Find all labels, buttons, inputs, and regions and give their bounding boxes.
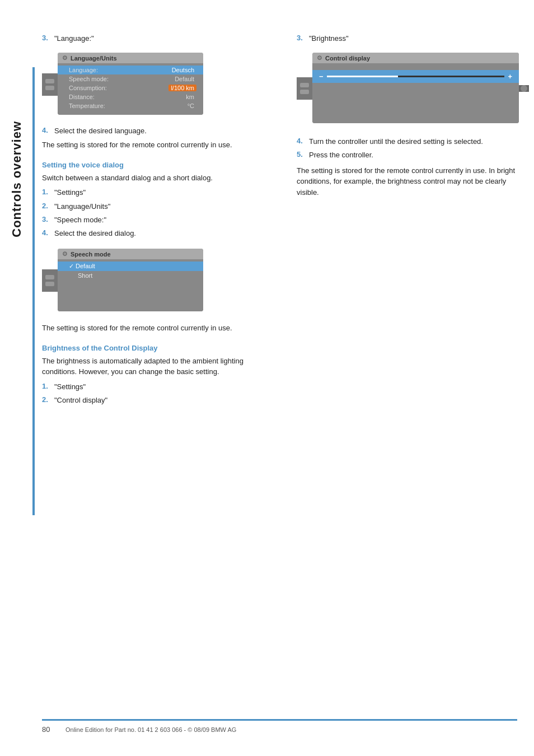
distance-label: Distance: <box>69 94 95 100</box>
screen3-spacer2 <box>312 94 519 103</box>
voice-step-3-text: "Speech mode:" <box>54 215 106 225</box>
brightness-step-1-text: "Settings" <box>54 382 86 392</box>
knob-btn-prev-3[interactable] <box>300 83 309 87</box>
brightness-step-2-text: "Control display" <box>54 395 107 405</box>
main-content: 3. "Language:" ⚙ Language/Units <box>42 34 529 409</box>
blue-accent-bar <box>32 67 35 515</box>
screen1-inner: ⚙ Language/Units Language: Deutsch Speec… <box>58 47 274 122</box>
speech-mode-screen: ⚙ Speech mode ✓ Default Short <box>42 243 274 318</box>
section-voice-dialog-body: Switch between a standard dialog and a s… <box>42 172 274 184</box>
default-checkmark: ✓ Default <box>69 263 95 270</box>
footer-page-num: 80 <box>42 725 59 734</box>
sidebar-title: Controls overview <box>10 121 24 237</box>
section-voice-dialog-heading: Setting the voice dialog <box>42 161 274 169</box>
knob-btn-prev-2[interactable] <box>45 275 54 279</box>
slider-minus: − <box>319 72 324 81</box>
voice-step-3: 3. "Speech mode:" <box>42 215 274 225</box>
step-3-language: 3. "Language:" <box>42 34 274 44</box>
screen3-spacer1 <box>312 85 519 94</box>
brightness-slider-bar <box>327 76 505 77</box>
step-3-text: "Language:" <box>54 34 94 44</box>
slider-plus: + <box>508 72 512 81</box>
screen-right-indicator <box>519 85 529 92</box>
screen1-row-language: Language: Deutsch <box>58 66 203 74</box>
consumption-label: Consumption: <box>69 85 107 91</box>
body-text-1: The setting is stored for the remote con… <box>42 139 274 151</box>
brightness-step-2: 2. "Control display" <box>42 395 274 405</box>
screen3-inner: ⚙ Control display − + <box>312 47 519 130</box>
right-step-5-num: 5. <box>297 150 309 158</box>
screen3-title: Control display <box>325 55 370 62</box>
screen2-mockup: ⚙ Speech mode ✓ Default Short <box>58 249 203 311</box>
knob-btn-next-3[interactable] <box>300 90 309 94</box>
screen2-inner: ⚙ Speech mode ✓ Default Short <box>58 243 274 318</box>
screen1-body: Language: Deutsch Speech mode: Default C… <box>58 63 203 115</box>
voice-step-1: 1. "Settings" <box>42 188 274 198</box>
screen2-topbar: ⚙ Speech mode <box>58 249 203 259</box>
brightness-step-1-num: 1. <box>42 382 54 390</box>
right-step-3-num: 3. <box>297 34 309 42</box>
screen1-row-distance: Distance: km <box>58 92 203 101</box>
brightness-step-2-num: 2. <box>42 395 54 404</box>
screen2-spacer2 <box>58 289 203 298</box>
settings-icon: ⚙ <box>62 54 68 62</box>
screen1-row-temperature: Temperature: °C <box>58 101 203 110</box>
voice-step-4-text: Select the desired dialog. <box>54 228 136 239</box>
screen2-spacer3 <box>58 298 203 307</box>
body-text-2: The setting is stored for the remote con… <box>42 323 274 334</box>
lang-label: Language: <box>69 67 98 73</box>
step-4-language: 4. Select the desired language. <box>42 126 274 136</box>
screen1-row-consumption: Consumption: l/100 km <box>58 83 203 92</box>
screen2-row-default: ✓ Default <box>58 262 203 271</box>
speech-value: Default <box>172 76 196 82</box>
sidebar-label: Controls overview <box>0 67 34 291</box>
screen2-spacer1 <box>58 280 203 289</box>
voice-step-2-text: "Language/Units" <box>54 202 110 212</box>
screen3-spacer3 <box>312 103 519 112</box>
voice-step-2: 2. "Language/Units" <box>42 202 274 212</box>
voice-step-4-num: 4. <box>42 228 54 237</box>
right-step-3: 3. "Brightness" <box>297 34 529 44</box>
knob-area-right <box>297 77 312 100</box>
consumption-value: l/100 km <box>168 85 196 91</box>
screen2-title: Speech mode <box>71 251 111 258</box>
screen1-mockup: ⚙ Language/Units Language: Deutsch Speec… <box>58 53 203 115</box>
screen3-topbar: ⚙ Control display <box>312 53 519 63</box>
temperature-value: °C <box>185 102 196 109</box>
lang-value: Deutsch <box>170 67 196 73</box>
control-display-icon: ⚙ <box>317 54 322 62</box>
screen1-topbar: ⚙ Language/Units <box>58 53 203 63</box>
short-option: Short <box>69 272 92 279</box>
right-column: 3. "Brightness" ⚙ Control display <box>297 34 529 409</box>
right-step-5: 5. Press the controller. <box>297 150 529 160</box>
screen2-row-short: Short <box>58 271 203 280</box>
temperature-label: Temperature: <box>69 102 105 109</box>
screen2-body: ✓ Default Short <box>58 259 203 311</box>
step-4-text: Select the desired language. <box>54 126 147 136</box>
knob-area-left-2 <box>42 269 58 292</box>
footer-text: Online Edition for Part no. 01 41 2 603 … <box>65 726 236 733</box>
brightness-slider-fill <box>327 76 398 77</box>
knob-btn-next-2[interactable] <box>45 282 54 286</box>
knob-btn-next[interactable] <box>45 86 54 90</box>
right-step-4-text: Turn the controller until the desired se… <box>309 137 483 147</box>
knob-btn-prev[interactable] <box>45 79 54 83</box>
brightness-heading: Brightness of the Control Display <box>42 344 274 352</box>
screen3-body: − + <box>312 63 519 123</box>
right-body-text-1: The setting is stored for the remote con… <box>297 165 529 198</box>
step-3-num: 3. <box>42 34 54 42</box>
voice-step-3-num: 3. <box>42 215 54 223</box>
voice-step-2-num: 2. <box>42 202 54 210</box>
brightness-slider-row: − + <box>312 70 519 83</box>
right-step-3-text: "Brightness" <box>309 34 349 44</box>
step-4-num: 4. <box>42 126 54 134</box>
knob-area-left <box>42 73 58 96</box>
screen1-row-speech: Speech mode: Default <box>58 74 203 83</box>
right-step-4: 4. Turn the controller until the desired… <box>297 137 529 147</box>
brightness-step-1: 1. "Settings" <box>42 382 274 392</box>
screen1-title: Language/Units <box>71 55 117 62</box>
speech-mode-icon: ⚙ <box>62 250 68 258</box>
screen-right-btn[interactable] <box>521 85 527 92</box>
voice-step-1-num: 1. <box>42 188 54 196</box>
speech-label: Speech mode: <box>69 76 109 82</box>
